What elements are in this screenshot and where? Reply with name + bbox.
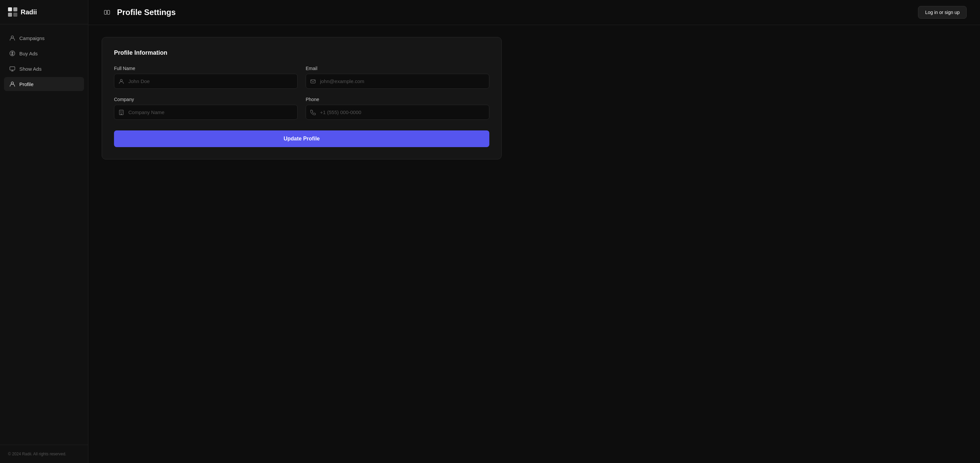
phone-label: Phone bbox=[305, 97, 489, 102]
phone-input[interactable] bbox=[305, 105, 489, 120]
sidebar-toggle-icon bbox=[103, 9, 110, 16]
update-profile-button[interactable]: Update Profile bbox=[114, 131, 489, 147]
company-group: Company bbox=[114, 97, 298, 120]
company-input-wrapper bbox=[114, 105, 298, 120]
company-label: Company bbox=[114, 97, 298, 102]
sidebar-footer: © 2024 Radii. All rights reserved. bbox=[0, 445, 88, 463]
email-input[interactable] bbox=[305, 74, 489, 89]
profile-icon bbox=[10, 81, 15, 87]
page-title: Profile Settings bbox=[117, 8, 176, 17]
svg-rect-2 bbox=[8, 13, 12, 17]
full-name-input[interactable] bbox=[114, 74, 298, 89]
header-left: Profile Settings bbox=[102, 7, 176, 18]
dollar-icon bbox=[10, 50, 15, 56]
email-label: Email bbox=[305, 66, 489, 71]
form-row-2: Company bbox=[114, 97, 489, 120]
svg-rect-8 bbox=[104, 10, 107, 14]
sidebar-toggle-button[interactable] bbox=[102, 7, 112, 18]
tv-icon bbox=[10, 66, 15, 72]
svg-rect-6 bbox=[10, 67, 15, 70]
campaigns-label: Campaigns bbox=[19, 35, 45, 41]
show-ads-label: Show Ads bbox=[19, 66, 42, 72]
buy-ads-label: Buy Ads bbox=[19, 51, 38, 56]
svg-rect-9 bbox=[107, 10, 110, 14]
email-input-wrapper bbox=[305, 74, 489, 89]
full-name-label: Full Name bbox=[114, 66, 298, 71]
sidebar-nav: Campaigns Buy Ads Show Ads Profile bbox=[0, 24, 88, 445]
content-area: Profile Information Full Name bbox=[88, 25, 980, 463]
sidebar-item-campaigns[interactable]: Campaigns bbox=[4, 31, 84, 45]
app-name: Radii bbox=[21, 8, 37, 16]
svg-rect-0 bbox=[8, 7, 12, 11]
login-button[interactable]: Log in or sign up bbox=[918, 6, 967, 19]
main-content: Profile Settings Log in or sign up Profi… bbox=[88, 0, 980, 463]
email-group: Email bbox=[305, 66, 489, 89]
profile-label: Profile bbox=[19, 81, 33, 87]
svg-rect-3 bbox=[13, 13, 18, 17]
card-title: Profile Information bbox=[114, 49, 489, 56]
copyright-text: © 2024 Radii. All rights reserved. bbox=[8, 452, 66, 456]
logo-area: Radii bbox=[0, 0, 88, 24]
full-name-group: Full Name bbox=[114, 66, 298, 89]
phone-input-wrapper bbox=[305, 105, 489, 120]
profile-card: Profile Information Full Name bbox=[102, 37, 502, 160]
sidebar: Radii Campaigns Buy Ads Show Ads bbox=[0, 0, 88, 463]
full-name-input-wrapper bbox=[114, 74, 298, 89]
svg-rect-1 bbox=[13, 7, 18, 11]
company-input[interactable] bbox=[114, 105, 298, 120]
campaigns-icon bbox=[10, 35, 15, 41]
sidebar-item-buy-ads[interactable]: Buy Ads bbox=[4, 46, 84, 61]
logo-icon bbox=[8, 7, 18, 17]
sidebar-item-show-ads[interactable]: Show Ads bbox=[4, 62, 84, 76]
page-header: Profile Settings Log in or sign up bbox=[88, 0, 980, 25]
sidebar-item-profile[interactable]: Profile bbox=[4, 77, 84, 91]
form-row-1: Full Name Email bbox=[114, 66, 489, 89]
phone-group: Phone bbox=[305, 97, 489, 120]
